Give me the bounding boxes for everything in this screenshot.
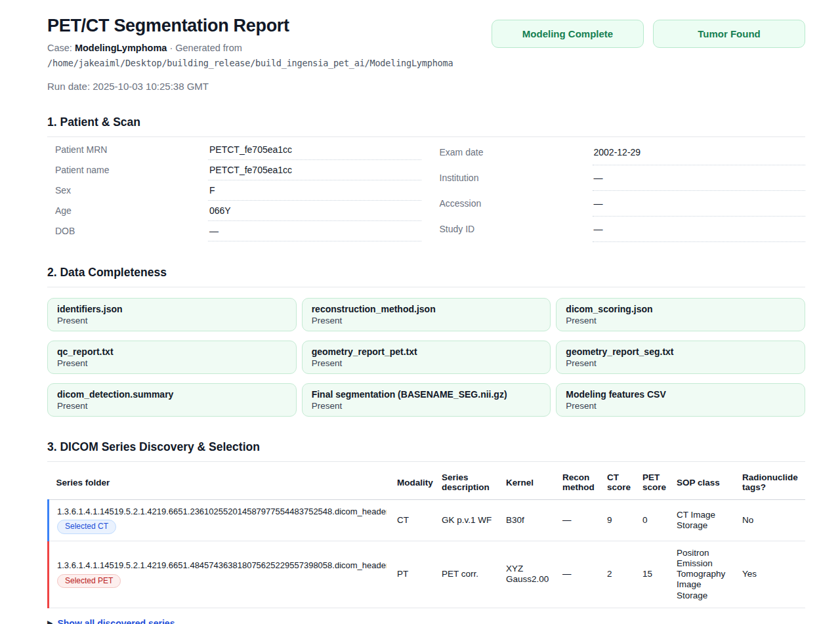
card-status: Present [312,316,541,325]
field-label: Study ID [432,217,593,241]
card-status: Present [57,401,287,411]
sop-class-cell: Positron Emission Tomography Image Stora… [671,541,737,608]
recon-method-cell: — [557,499,602,541]
ct-score-cell: 2 [602,541,637,608]
field-value: — [593,165,806,191]
sop-class-cell: CT Image Storage [671,499,737,541]
col-header-radionuclide-tags: Radionuclide tags? [737,466,805,500]
section-series-discovery: 3. DICOM Series Discovery & Selection Se… [47,440,805,624]
series-folder-uid: 1.3.6.1.4.1.14519.5.2.1.4219.6651.236102… [57,507,387,517]
field-value: 2002-12-29 [593,140,806,165]
status-badge-tumor-found: Tumor Found [653,20,805,48]
completeness-card-dicom-scoring: dicom_scoring.json Present [556,298,805,331]
series-row-pet: 1.3.6.1.4.1.14519.5.2.1.4219.6651.484574… [49,541,806,608]
section-heading-series: 3. DICOM Series Discovery & Selection [47,440,805,454]
section-rule [47,136,805,137]
selected-ct-badge: Selected CT [57,520,116,533]
status-badges: Modeling Complete Tumor Found [492,20,805,48]
field-row-patient-name: Patient name PETCT_fe705ea1cc [47,160,421,180]
field-row-exam-date: Exam date 2002-12-29 [432,140,806,165]
card-name: dicom_scoring.json [566,304,795,314]
field-value: F [208,180,421,201]
field-label: Exam date [432,140,593,165]
col-header-series-description: Series description [436,466,501,500]
section-data-completeness: 2. Data Completeness identifiers.json Pr… [47,266,805,417]
completeness-card-geometry-pet: geometry_report_pet.txt Present [302,341,551,374]
field-row-dob: DOB — [47,221,421,241]
field-label: Accession [432,191,593,216]
card-name: reconstruction_method.json [312,304,541,314]
page-title: PET/CT Segmentation Report [47,16,453,36]
card-name: identifiers.json [57,304,287,314]
selected-pet-badge: Selected PET [57,574,121,588]
expand-triangle-icon: ▶ [47,619,52,624]
patient-column-right: Exam date 2002-12-29 Institution — Acces… [432,140,806,242]
generated-from-label: · Generated from [169,43,242,53]
completeness-card-final-segmentation: Final segmentation (BASENAME_SEG.nii.gz)… [302,383,551,417]
card-name: qc_report.txt [57,346,287,357]
patient-grid: Patient MRN PETCT_fe705ea1cc Patient nam… [47,140,805,242]
header-left: PET/CT Segmentation Report Case: Modelin… [47,16,453,92]
card-status: Present [57,358,287,368]
report-header: PET/CT Segmentation Report Case: Modelin… [47,16,805,92]
case-label: Case: [47,43,72,53]
section-rule [47,461,805,462]
field-row-age: Age 066Y [47,201,421,221]
field-label: Institution [432,165,593,190]
ct-score-cell: 9 [602,499,637,541]
card-status: Present [57,316,287,325]
field-row-accession: Accession — [432,191,806,217]
col-header-series-folder: Series folder [49,466,392,500]
field-label: Age [47,201,208,220]
field-value: — [208,221,421,241]
field-row-patient-mrn: Patient MRN PETCT_fe705ea1cc [47,140,421,160]
card-name: Modeling features CSV [566,389,795,400]
col-header-pet-score: PET score [637,466,671,500]
field-value: 066Y [208,201,421,221]
kernel-cell: B30f [501,499,557,541]
field-value: PETCT_fe705ea1cc [208,140,421,160]
col-header-kernel: Kernel [501,466,557,500]
series-row-ct: 1.3.6.1.4.1.14519.5.2.1.4219.6651.236102… [49,499,806,541]
card-status: Present [566,316,795,325]
series-description-cell: PET corr. [436,541,501,608]
series-table: Series folder Modality Series descriptio… [47,466,805,608]
modality-cell: CT [392,499,436,541]
field-label: Patient MRN [47,140,208,159]
col-header-ct-score: CT score [602,466,637,500]
col-header-modality: Modality [392,466,436,500]
field-label: Sex [47,180,208,200]
show-all-series-label: Show all discovered series [57,618,175,624]
completeness-card-reconstruction-method: reconstruction_method.json Present [302,298,551,331]
status-badge-modeling-complete: Modeling Complete [492,20,644,48]
field-value: PETCT_fe705ea1cc [208,160,421,180]
series-description-cell: GK p.v.1 WF [436,499,501,541]
field-row-sex: Sex F [47,180,421,201]
pet-score-cell: 0 [637,499,671,541]
field-label: DOB [47,221,208,241]
card-status: Present [566,401,795,411]
card-status: Present [312,358,541,368]
report-page: PET/CT Segmentation Report Case: Modelin… [47,0,805,624]
series-table-header-row: Series folder Modality Series descriptio… [49,466,806,500]
generated-path: /home/jakeaiml/Desktop/building_release/… [47,57,453,69]
completeness-card-dicom-detection: dicom_detection.summary Present [47,383,297,417]
case-name: ModelingLymphoma [75,43,167,53]
completeness-card-modeling-features: Modeling features CSV Present [556,383,805,417]
show-all-series-toggle[interactable]: ▶ Show all discovered series [47,618,805,624]
series-folder-cell: 1.3.6.1.4.1.14519.5.2.1.4219.6651.484574… [49,541,392,608]
radionuclide-tags-cell: No [737,499,805,541]
radionuclide-tags-cell: Yes [737,541,805,608]
series-folder-cell: 1.3.6.1.4.1.14519.5.2.1.4219.6651.236102… [49,499,392,541]
card-name: geometry_report_seg.txt [566,346,795,357]
section-heading-patient: 1. Patient & Scan [47,115,805,129]
section-heading-completeness: 2. Data Completeness [47,266,805,280]
field-label: Patient name [47,160,208,180]
patient-column-left: Patient MRN PETCT_fe705ea1cc Patient nam… [47,140,421,242]
recon-method-cell: — [557,541,602,608]
modality-cell: PT [392,541,436,608]
completeness-card-geometry-seg: geometry_report_seg.txt Present [556,341,805,374]
card-name: Final segmentation (BASENAME_SEG.nii.gz) [312,389,541,400]
case-line: Case: ModelingLymphoma · Generated from … [47,42,453,69]
card-name: geometry_report_pet.txt [312,346,541,357]
